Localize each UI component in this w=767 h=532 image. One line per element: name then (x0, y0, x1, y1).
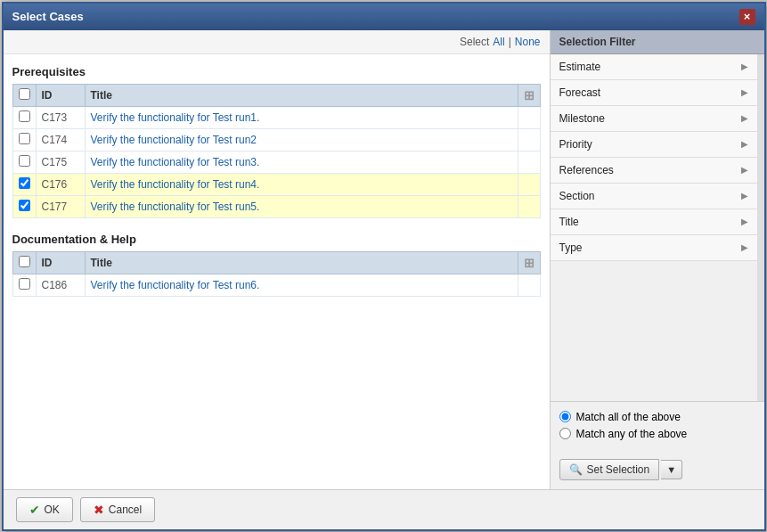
row-title-link[interactable]: Verify the functionality for Test run5. (91, 201, 260, 213)
row-empty (518, 173, 540, 195)
row-checkbox-cell (12, 128, 36, 151)
docs-header-checkbox-cell (12, 251, 36, 274)
prerequisites-tbody: C173 Verify the functionality for Test r… (12, 106, 540, 217)
row-title: Verify the functionality for Test run1. (85, 106, 518, 128)
filter-item-arrow: ▶ (741, 61, 748, 71)
docs-table: ID Title ⊞ C186 Verify the functionality… (12, 251, 541, 297)
row-empty (518, 195, 540, 217)
row-checkbox[interactable] (19, 133, 30, 144)
ok-label: OK (45, 503, 60, 516)
row-checkbox-cell (12, 173, 36, 195)
row-title-link[interactable]: Verify the functionality for Test run4. (91, 178, 260, 191)
match-any-radio[interactable] (559, 428, 571, 439)
select-all-prerequisites-checkbox[interactable] (19, 88, 30, 100)
select-all-docs-checkbox[interactable] (19, 256, 30, 267)
dialog-body: Select All | None Prerequisites ID (4, 30, 764, 489)
cases-content: Prerequisites ID Title ⊞ (4, 54, 550, 489)
docs-tbody: C186 Verify the functionality for Test r… (12, 274, 540, 296)
match-all-label[interactable]: Match all of the above (559, 411, 755, 423)
match-all-text: Match all of the above (576, 411, 681, 423)
row-id: C175 (36, 151, 85, 173)
ok-button[interactable]: ✔ OK (16, 497, 73, 522)
left-panel: Select All | None Prerequisites ID (4, 30, 551, 489)
row-id: C186 (36, 274, 85, 296)
docs-header-id: ID (36, 251, 85, 274)
magnifier-icon: 🔍 (569, 463, 583, 476)
filter-match-section: Match all of the above Match any of the … (551, 401, 764, 454)
filter-item-arrow: ▶ (741, 242, 748, 252)
row-checkbox-cell (12, 274, 36, 296)
filter-item-arrow: ▶ (741, 87, 748, 97)
row-checkbox[interactable] (19, 110, 30, 122)
right-scrollbar (757, 54, 764, 401)
docs-grid-dots-icon[interactable]: ⊞ (524, 256, 534, 270)
row-title-link[interactable]: Verify the functionality for Test run1. (91, 111, 260, 124)
row-title-link[interactable]: Verify the functionality for Test run3. (91, 156, 260, 168)
table-row: C173 Verify the functionality for Test r… (12, 106, 540, 128)
cancel-button[interactable]: ✖ Cancel (80, 497, 155, 522)
filter-item[interactable]: Estimate ▶ (551, 54, 757, 80)
row-title-link[interactable]: Verify the functionality for Test run2 (91, 134, 257, 146)
row-checkbox-cell (12, 106, 36, 128)
set-selection-row: 🔍 Set Selection ▼ (551, 454, 764, 489)
filter-item-label: Title (559, 216, 579, 228)
select-cases-dialog: Select Cases × Select All | None Prerequ… (2, 2, 766, 531)
match-any-text: Match any of the above (576, 428, 688, 440)
match-all-radio[interactable] (559, 411, 571, 422)
header-title: Title (85, 84, 518, 106)
filter-item-label: References (559, 164, 614, 176)
row-checkbox[interactable] (19, 177, 30, 189)
row-title-link[interactable]: Verify the functionality for Test run6. (91, 279, 260, 291)
filter-item-arrow: ▶ (741, 165, 748, 175)
row-empty (518, 106, 540, 128)
filter-item[interactable]: Type ▶ (551, 235, 757, 261)
match-any-label[interactable]: Match any of the above (559, 428, 755, 440)
table-row: C176 Verify the functionality for Test r… (12, 173, 540, 195)
table-row: C186 Verify the functionality for Test r… (12, 274, 540, 296)
row-title: Verify the functionality for Test run4. (85, 173, 518, 195)
filter-item-label: Milestone (559, 112, 605, 125)
selection-filter-header: Selection Filter (551, 30, 764, 54)
separator: | (509, 36, 511, 48)
filter-item-label: Forecast (559, 86, 601, 99)
select-all-bar: Select All | None (4, 30, 550, 54)
set-selection-button[interactable]: 🔍 Set Selection (559, 459, 660, 480)
set-selection-dropdown-button[interactable]: ▼ (661, 460, 682, 479)
prerequisites-table: ID Title ⊞ C173 Verify the functionality… (12, 84, 541, 218)
filter-item[interactable]: Milestone ▶ (551, 106, 757, 132)
select-label: Select (460, 36, 489, 48)
right-panel-inner: Estimate ▶ Forecast ▶ Milestone ▶ Priori… (551, 54, 764, 401)
row-checkbox[interactable] (19, 155, 30, 167)
row-empty (518, 274, 540, 296)
filter-item[interactable]: Forecast ▶ (551, 80, 757, 106)
row-id: C174 (36, 128, 85, 151)
filter-item-label: Priority (559, 138, 592, 151)
filter-item[interactable]: References ▶ (551, 158, 757, 184)
grid-dots-icon[interactable]: ⊞ (524, 88, 534, 102)
table-row: C175 Verify the functionality for Test r… (12, 151, 540, 173)
row-checkbox[interactable] (19, 200, 30, 211)
right-panel: Selection Filter Estimate ▶ Forecast ▶ M… (551, 30, 764, 489)
check-icon: ✔ (29, 503, 40, 517)
table-row: C174 Verify the functionality for Test r… (12, 128, 540, 151)
filter-items-list: Estimate ▶ Forecast ▶ Milestone ▶ Priori… (551, 54, 757, 401)
filter-item-label: Type (559, 241, 583, 254)
dialog-title: Select Cases (12, 10, 84, 23)
filter-item[interactable]: Priority ▶ (551, 132, 757, 158)
select-all-link[interactable]: All (493, 36, 504, 48)
docs-header-title: Title (85, 251, 518, 274)
row-checkbox[interactable] (19, 278, 30, 290)
row-id: C173 (36, 106, 85, 128)
docs-header-row: ID Title ⊞ (12, 251, 540, 274)
select-none-link[interactable]: None (515, 36, 541, 48)
filter-item[interactable]: Section ▶ (551, 184, 757, 209)
filter-item[interactable]: Title ▶ (551, 209, 757, 235)
close-button[interactable]: × (739, 9, 755, 25)
row-title: Verify the functionality for Test run5. (85, 195, 518, 217)
x-icon: ✖ (94, 503, 104, 517)
row-empty (518, 128, 540, 151)
dialog-footer: ✔ OK ✖ Cancel (4, 489, 764, 529)
filter-item-label: Section (559, 190, 595, 202)
row-id: C176 (36, 173, 85, 195)
header-id: ID (36, 84, 85, 106)
